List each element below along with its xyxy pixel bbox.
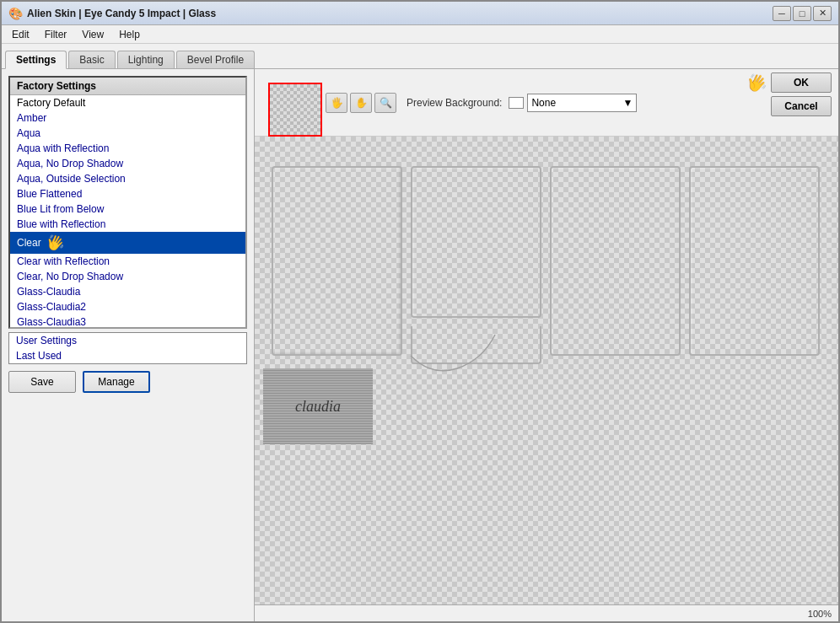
ok-hand-icon: 👋 — [746, 73, 767, 93]
left-panel: Factory Settings Factory Default Amber A… — [2, 69, 255, 621]
right-panel: 👋 OK Cancel 🖐 ✋ — [255, 69, 838, 621]
preview-thumbnail — [268, 83, 322, 137]
bottom-buttons: Save Manage — [8, 371, 247, 393]
zoom-level: 100% — [808, 609, 832, 619]
ok-cancel-area: 👋 OK Cancel — [746, 73, 832, 116]
pan-tool-icon: ✋ — [355, 97, 368, 109]
preset-item-clear-no-drop[interactable]: Clear, No Drop Shadow — [10, 269, 245, 284]
preset-item-aqua[interactable]: Aqua — [10, 126, 245, 141]
pan-tool-button[interactable]: ✋ — [350, 93, 372, 113]
tab-settings[interactable]: Settings — [5, 51, 67, 69]
manage-button[interactable]: Manage — [83, 371, 150, 393]
title-bar: 🎨 Alien Skin | Eye Candy 5 Impact | Glas… — [2, 2, 838, 25]
menu-bar: Edit Filter View Help — [2, 25, 838, 44]
bg-color-swatch[interactable] — [509, 97, 524, 109]
menu-filter[interactable]: Filter — [38, 27, 74, 42]
preset-item-factory-default[interactable]: Factory Default — [10, 95, 245, 110]
tab-bevel-profile[interactable]: Bevel Profile — [176, 51, 255, 68]
maximize-button[interactable]: □ — [793, 6, 811, 21]
cancel-button[interactable]: Cancel — [771, 96, 832, 116]
last-used-item[interactable]: Last Used — [9, 348, 246, 363]
user-settings-section: User Settings Last Used — [8, 332, 247, 364]
app-icon: 🎨 — [8, 7, 22, 20]
claudia-text: claudia — [295, 398, 341, 416]
claudia-thumbnail: claudia — [263, 368, 373, 444]
preset-item-glass-claudia[interactable]: Glass-Claudia — [10, 284, 245, 299]
main-content: Factory Settings Factory Default Amber A… — [2, 69, 838, 621]
preset-item-aqua-no-drop[interactable]: Aqua, No Drop Shadow — [10, 156, 245, 171]
preset-item-amber[interactable]: Amber — [10, 110, 245, 126]
glass-shape-3 — [411, 326, 541, 364]
dropdown-arrow-icon: ▼ — [623, 97, 633, 109]
bg-dropdown[interactable]: None ▼ — [527, 94, 637, 112]
preset-item-blue-lit[interactable]: Blue Lit from Below — [10, 201, 245, 217]
preview-bg-select: None ▼ — [509, 94, 637, 112]
hand-tool-button[interactable]: 🖐 — [326, 93, 347, 113]
hand-tool-icon: 🖐 — [331, 97, 343, 109]
preset-item-clear-reflection[interactable]: Clear with Reflection — [10, 254, 245, 269]
preset-item-aqua-outside[interactable]: Aqua, Outside Selection — [10, 171, 245, 186]
tabs-bar: Settings Basic Lighting Bevel Profile — [2, 44, 838, 69]
close-button[interactable]: ✕ — [813, 6, 832, 21]
tab-lighting[interactable]: Lighting — [117, 51, 175, 68]
main-window: 🎨 Alien Skin | Eye Candy 5 Impact | Glas… — [0, 0, 840, 623]
preset-item-clear[interactable]: Clear 👋 — [10, 232, 245, 254]
glass-shape-1 — [272, 166, 402, 356]
minimize-button[interactable]: ─ — [773, 6, 791, 21]
ok-button[interactable]: OK — [771, 73, 832, 93]
window-title: Alien Skin | Eye Candy 5 Impact | Glass — [27, 8, 216, 19]
zoom-icon: 🔍 — [380, 97, 392, 109]
preview-thumbnail-wrapper — [261, 76, 315, 130]
hand-pointer-icon: 👋 — [46, 234, 65, 252]
preset-item-blue-reflection[interactable]: Blue with Reflection — [10, 217, 245, 232]
title-bar-left: 🎨 Alien Skin | Eye Candy 5 Impact | Glas… — [8, 7, 216, 20]
preset-item-blue-flat[interactable]: Blue Flattened — [10, 186, 245, 201]
menu-view[interactable]: View — [75, 27, 110, 42]
preset-list-header: Factory Settings — [10, 78, 245, 95]
glass-shape-2 — [411, 166, 541, 318]
menu-edit[interactable]: Edit — [5, 27, 36, 42]
glass-shape-5 — [689, 166, 820, 356]
preview-bg-label: Preview Background: — [407, 97, 502, 109]
ok-row: 👋 OK — [746, 73, 832, 93]
cancel-row: Cancel — [746, 96, 832, 116]
preset-item-glass-claudia2[interactable]: Glass-Claudia2 — [10, 299, 245, 314]
user-settings-item[interactable]: User Settings — [9, 333, 246, 348]
status-bar: 100% — [255, 604, 838, 621]
preset-list-box: Factory Settings Factory Default Amber A… — [8, 76, 247, 329]
menu-help[interactable]: Help — [112, 27, 147, 42]
save-button[interactable]: Save — [8, 371, 76, 393]
zoom-tool-button[interactable]: 🔍 — [374, 93, 396, 113]
tab-basic[interactable]: Basic — [68, 51, 115, 68]
preset-scroll-area[interactable]: Factory Default Amber Aqua Aqua with Ref… — [10, 95, 245, 327]
title-bar-controls: ─ □ ✕ — [773, 6, 832, 21]
preset-item-aqua-reflection[interactable]: Aqua with Reflection — [10, 141, 245, 156]
preset-item-glass-claudia3[interactable]: Glass-Claudia3 — [10, 314, 245, 327]
glass-shape-4 — [550, 166, 681, 356]
tool-buttons: 🖐 ✋ 🔍 — [326, 93, 396, 113]
preview-canvas[interactable]: claudia — [255, 137, 838, 604]
